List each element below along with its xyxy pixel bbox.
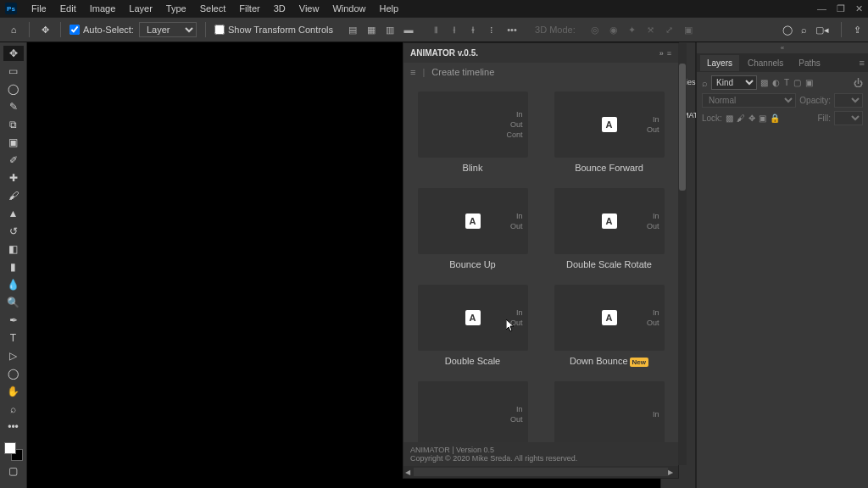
eraser-tool[interactable]: ◧: [3, 241, 24, 257]
distribute-middle-icon[interactable]: ⫲: [447, 22, 462, 37]
menu-item[interactable]: Help: [374, 2, 405, 15]
preset-thumb[interactable]: In: [554, 381, 665, 442]
align-stretch-icon[interactable]: ▬: [401, 22, 416, 37]
menu-item[interactable]: Window: [326, 2, 371, 15]
menu-item[interactable]: Filter: [233, 2, 265, 15]
preset-thumb[interactable]: AInOut: [554, 285, 665, 351]
menu-item[interactable]: Image: [84, 2, 122, 15]
animator-v-scrollbar[interactable]: [678, 43, 687, 465]
animator-menu-icon[interactable]: ≡: [410, 67, 415, 77]
align-center-icon[interactable]: ▦: [364, 22, 379, 37]
color-swatches[interactable]: [4, 442, 23, 461]
quick-mask-tool[interactable]: ▢: [3, 463, 24, 479]
lock-all-icon[interactable]: 🔒: [770, 114, 780, 123]
tab-layers[interactable]: Layers: [700, 55, 739, 71]
lock-pixels-icon[interactable]: 🖌: [737, 114, 745, 123]
scroll-right-icon[interactable]: ▶: [668, 469, 676, 476]
home-icon[interactable]: ⌂: [7, 23, 20, 36]
share-icon[interactable]: ⇪: [854, 25, 861, 36]
preset-item[interactable]: In: [547, 381, 671, 442]
hand-tool[interactable]: ✋: [3, 384, 24, 399]
gradient-tool[interactable]: ▮: [3, 259, 24, 274]
animator-preset-list[interactable]: InOutContBlinkAInOutBounce ForwardAInOut…: [403, 81, 678, 442]
panel-menu-icon[interactable]: ≡: [860, 58, 865, 68]
preset-thumb[interactable]: AInOut: [418, 285, 528, 351]
distribute-top-icon[interactable]: ⫴: [428, 22, 443, 37]
preset-item[interactable]: AInOutBounce Forward: [547, 92, 671, 173]
marquee-tool[interactable]: ▭: [3, 64, 24, 79]
auto-select-dropdown[interactable]: Layer: [139, 22, 197, 37]
type-tool[interactable]: T: [3, 330, 24, 346]
lock-transparent-icon[interactable]: ▩: [726, 114, 733, 123]
close-icon[interactable]: ✕: [855, 3, 863, 14]
align-right-icon[interactable]: ▥: [382, 22, 398, 37]
filter-pixel-icon[interactable]: ▩: [760, 78, 768, 87]
collapse-handle-icon[interactable]: «: [697, 42, 868, 53]
show-transform-check[interactable]: [214, 25, 225, 35]
distribute-bottom-icon[interactable]: ⫳: [465, 22, 481, 37]
quick-select-tool[interactable]: ✎: [3, 99, 24, 114]
opacity-dropdown[interactable]: [834, 93, 863, 108]
dodge-tool[interactable]: 🔍: [3, 295, 24, 310]
show-transform-checkbox[interactable]: Show Transform Controls: [214, 25, 333, 35]
panel-collapse-icon[interactable]: »: [659, 49, 664, 58]
preset-item[interactable]: AInOutBounce Up: [410, 188, 535, 269]
frame-tool[interactable]: ▣: [3, 135, 24, 150]
zoom-tool[interactable]: ⌕: [3, 402, 24, 417]
minimize-icon[interactable]: —: [817, 3, 826, 14]
filter-type-icon[interactable]: T: [784, 78, 789, 87]
brush-tool[interactable]: 🖌: [3, 188, 24, 203]
create-timeline-button[interactable]: Create timeline: [431, 67, 494, 77]
distribute-h-icon[interactable]: ⫶: [484, 22, 499, 37]
menu-item[interactable]: Type: [160, 2, 192, 15]
lock-position-icon[interactable]: ✥: [748, 114, 755, 123]
canvas[interactable]: ANIMATOR v.0.5. » ≡ ≡ | Create timeline …: [27, 42, 660, 488]
blend-mode-dropdown[interactable]: Normal: [702, 93, 796, 108]
move-tool-icon[interactable]: ✥: [38, 23, 52, 36]
eyedropper-tool[interactable]: ✐: [3, 152, 24, 168]
filter-smart-icon[interactable]: ▣: [805, 78, 813, 87]
filter-shape-icon[interactable]: ▢: [793, 78, 801, 87]
auto-select-checkbox[interactable]: Auto-Select:: [70, 25, 134, 35]
preset-thumb[interactable]: AInOut: [554, 188, 665, 254]
workspace-icon[interactable]: ▢◂: [815, 25, 829, 36]
menu-item[interactable]: 3D: [268, 2, 292, 15]
user-icon[interactable]: ◯: [782, 25, 793, 36]
preset-item[interactable]: AInOutDown BounceNew: [547, 285, 671, 366]
preset-thumb[interactable]: AInOut: [418, 188, 528, 254]
filter-kind-dropdown[interactable]: Kind: [711, 75, 757, 90]
preset-thumb[interactable]: AInOut: [554, 92, 665, 158]
scroll-left-icon[interactable]: ◀: [405, 469, 414, 476]
menu-item[interactable]: Edit: [54, 2, 82, 15]
preset-thumb[interactable]: InOut: [418, 381, 528, 442]
restore-icon[interactable]: ❐: [837, 3, 845, 14]
fg-color-swatch[interactable]: [4, 442, 16, 454]
preset-item[interactable]: InOutContBlink: [410, 92, 535, 173]
menu-item[interactable]: Select: [194, 2, 232, 15]
blur-tool[interactable]: 💧: [3, 277, 24, 292]
shape-tool[interactable]: ◯: [3, 366, 24, 381]
stamp-tool[interactable]: ▲: [3, 206, 24, 221]
lasso-tool[interactable]: ◯: [3, 81, 24, 97]
path-select-tool[interactable]: ▷: [3, 348, 24, 363]
align-left-icon[interactable]: ▤: [345, 22, 360, 37]
preset-item[interactable]: AInOutDouble Scale: [410, 285, 535, 366]
history-brush-tool[interactable]: ↺: [3, 224, 24, 239]
move-tool[interactable]: ✥: [3, 46, 24, 61]
fill-dropdown[interactable]: [834, 111, 863, 125]
panel-menu-icon[interactable]: ≡: [667, 49, 671, 58]
animator-header[interactable]: ANIMATOR v.0.5. » ≡: [403, 43, 678, 63]
crop-tool[interactable]: ⧉: [3, 117, 24, 132]
preset-thumb[interactable]: InOutCont: [418, 92, 528, 158]
edit-toolbar[interactable]: •••: [3, 419, 24, 435]
filter-adjust-icon[interactable]: ◐: [772, 78, 780, 87]
pen-tool[interactable]: ✒: [3, 313, 24, 328]
menu-item[interactable]: Layer: [123, 2, 159, 15]
animator-h-scrollbar[interactable]: ◀ ▶: [403, 466, 678, 478]
tab-paths[interactable]: Paths: [792, 55, 827, 71]
menu-item[interactable]: View: [293, 2, 326, 15]
scroll-thumb[interactable]: [679, 64, 686, 191]
scroll-track[interactable]: [414, 468, 668, 476]
auto-select-check[interactable]: [70, 25, 80, 35]
preset-item[interactable]: AInOutDouble Scale Rotate: [547, 188, 671, 269]
